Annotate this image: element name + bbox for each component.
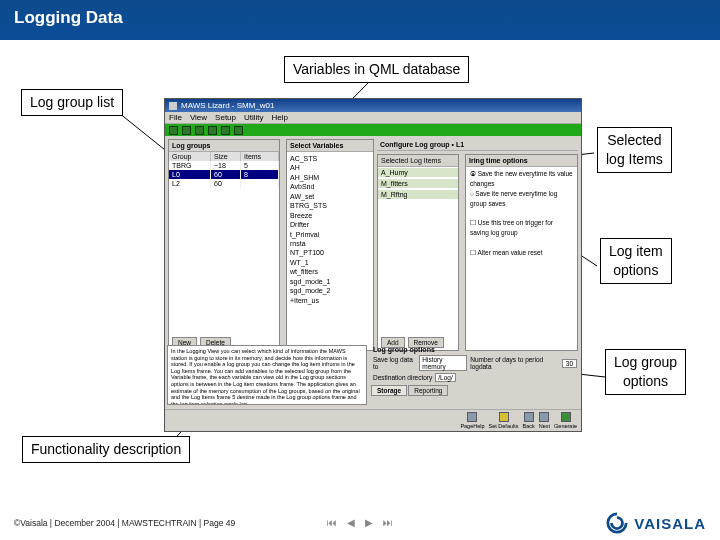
callout-text: Log group [614,354,677,370]
app-menubar: File View Setup Utility Help [165,112,581,124]
toolbar-icon[interactable] [182,126,191,135]
callout-log-item-options: Log item options [600,238,672,284]
panel-item-options: Iring time options Save the new everytim… [465,154,578,351]
col-head: Group [169,152,211,161]
callout-log-group-list: Log group list [21,89,123,116]
col-head: Items [241,152,279,161]
logo-icon [606,512,628,534]
selected-item[interactable]: A_Humy [378,168,458,177]
table-row[interactable]: L2 60 [169,179,279,188]
callout-functionality: Functionality description [22,436,190,463]
callout-text: Functionality description [31,441,181,457]
menu-item[interactable]: File [169,113,182,122]
app-body: Log groups Group Size Items TBRG ~18 5 L… [165,136,581,354]
callout-log-group-options: Log group options [605,349,686,395]
app-window: MAWS Lizard - SMM_w01 File View Setup Ut… [164,98,582,432]
tab-storage[interactable]: Storage [371,385,407,396]
menu-item[interactable]: View [190,113,207,122]
option-radio[interactable]: Save the new everytime its value changes [470,169,573,189]
callout-variables-db: Variables in QML database [284,56,469,83]
panel-heading: Select Variables [287,140,373,152]
menu-item[interactable]: Setup [215,113,236,122]
callout-text: log Items [606,151,663,167]
slide-footer: ©Vaisala | December 2004 | MAWSTECHTRAIN… [0,500,720,540]
option-check[interactable]: Alter mean value reset [470,248,573,258]
toolbar-icon[interactable] [208,126,217,135]
app-title-text: MAWS Lizard - SMM_w01 [181,101,275,110]
table-row[interactable]: TBRG ~18 5 [169,161,279,170]
selected-item[interactable]: M_Rftng [378,190,458,199]
option-check[interactable]: Use this tree on trigger for saving log … [470,218,573,238]
panel-heading: Iring time options [466,155,577,167]
callout-text: options [623,373,668,389]
option-radio[interactable]: Save ite nerve everytime log group saves [470,189,573,209]
field-label: Number of days to period logdata [470,356,559,370]
page-title-bar: Logging Data [0,0,720,40]
table-row-selected[interactable]: L0 60 8 [169,170,279,179]
tab-reporting[interactable]: Reporting [408,385,448,396]
lgo-heading: Log group options [371,345,579,354]
app-lower: In the Logging View you can select which… [165,343,581,407]
panel-subheading: Selected Log Items [378,155,458,167]
variable-list[interactable]: AC_STS AH AH_SHM AvbSnd AW_set BTRG_STS … [287,152,373,307]
setdefaults-button[interactable]: Set Defaults [489,412,519,429]
panel-heading: Log groups [169,140,279,152]
back-button[interactable]: Back [523,412,535,429]
panel-heading: Configure Log group • L1 [377,139,578,151]
brand: VAISALA [606,512,706,534]
selected-item[interactable]: M_fitters [378,179,458,188]
nav-prev-icon[interactable]: ◀ [347,517,355,528]
app-titlebar: MAWS Lizard - SMM_w01 [165,99,581,112]
logo-text: VAISALA [634,515,706,532]
panel-selected-items: Selected Log Items A_Humy M_fitters M_Rf… [377,154,459,351]
text-field[interactable]: /Log/ [435,373,455,382]
menu-item[interactable]: Help [272,113,288,122]
field-label: Destination directory [373,374,432,381]
table-header: Group Size Items [169,152,279,161]
description-box: In the Logging View you can select which… [167,345,367,405]
nav-next-icon[interactable]: ▶ [365,517,373,528]
callout-text: Log group list [30,94,114,110]
col-head: Size [211,152,241,161]
toolbar-icon[interactable] [221,126,230,135]
field-label: Save log data to [373,356,416,370]
page-title: Logging Data [14,8,123,27]
app-icon [169,102,177,110]
number-field[interactable]: 30 [562,359,577,368]
toolbar [165,124,581,136]
menu-item[interactable]: Utility [244,113,264,122]
slide-area: Log group list Variables in QML database… [0,40,720,510]
callout-text: Log item [609,243,663,259]
log-group-options: Log group options Save log data to Histo… [371,345,579,405]
dropdown[interactable]: History memory [419,355,467,371]
wizard-nav: PageHelp Set Defaults Back Next Generate [165,409,581,431]
next-button[interactable]: Next [539,412,550,429]
callout-text: Variables in QML database [293,61,460,77]
toolbar-icon[interactable] [234,126,243,135]
callout-text: Selected [607,132,661,148]
panel-log-groups: Log groups Group Size Items TBRG ~18 5 L… [168,139,280,351]
generate-button[interactable]: Generate [554,412,577,429]
nav-last-icon[interactable]: ⏭ [383,517,393,528]
callout-text: options [613,262,658,278]
nav-first-icon[interactable]: ⏮ [327,517,337,528]
toolbar-icon[interactable] [195,126,204,135]
copyright: ©Vaisala | December 2004 | MAWSTECHTRAIN… [14,518,235,528]
pagehelp-button[interactable]: PageHelp [460,412,484,429]
toolbar-icon[interactable] [169,126,178,135]
panel-select-variables: Select Variables AC_STS AH AH_SHM AvbSnd… [286,139,374,351]
callout-selected-items: Selected log Items [597,127,672,173]
slide-nav: ⏮ ◀ ▶ ⏭ [327,517,393,528]
